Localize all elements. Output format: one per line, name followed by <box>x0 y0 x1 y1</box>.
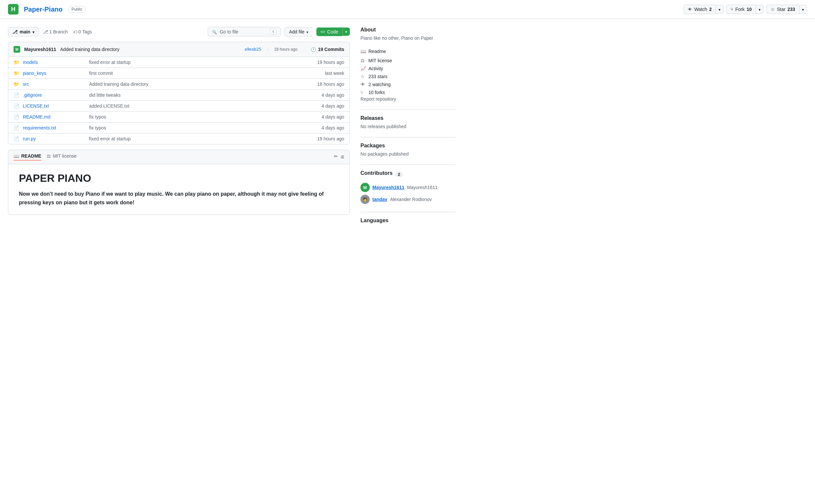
watch-button[interactable]: Watch 2 <box>684 5 716 14</box>
branch-name: main <box>20 29 30 34</box>
table-row: 📄README.mdfix typos4 days ago <box>8 112 349 123</box>
readme-section: 📖 README ⚖ MIT license PAPER PIANO Now w… <box>8 150 350 215</box>
branch-icon <box>12 29 18 34</box>
file-commit-msg: fixed error at startup <box>89 60 304 65</box>
star-chevron-icon <box>802 7 804 12</box>
activity-link[interactable]: 📈 Activity <box>360 65 456 73</box>
contributor-1-name-link[interactable]: Mayuresh1611 <box>372 185 404 190</box>
commit-message: Added training data directory <box>60 47 120 52</box>
add-file-chevron-icon <box>306 29 308 34</box>
code-icon: <> <box>320 29 325 34</box>
fork-chevron-icon <box>759 7 761 12</box>
readme-content: PAPER PIANO Now we don't need to buy Pia… <box>8 164 349 215</box>
folder-icon: 📁 <box>14 71 20 76</box>
main-container: main 1 Branch 0 Tags Go to file t <box>0 19 464 231</box>
repo-sidebar: About Piano like no other, Piano on Pape… <box>350 27 456 231</box>
fork-dropdown-button[interactable] <box>756 5 764 14</box>
star-label: Star <box>777 7 786 12</box>
sidebar-divider-4 <box>360 212 456 212</box>
watching-link[interactable]: 👁 2 watching <box>360 80 456 88</box>
table-row: 📁modelsfixed error at startup19 hours ag… <box>8 57 349 68</box>
star-sidebar-icon: ☆ <box>360 74 366 79</box>
file-icon: 📄 <box>14 92 20 98</box>
stars-link[interactable]: ☆ 233 stars <box>360 73 456 80</box>
add-file-label: Add file <box>289 29 304 34</box>
table-row: 📁srcAdded training data directory18 hour… <box>8 79 349 90</box>
go-to-file-kbd: t <box>270 29 277 34</box>
forks-link[interactable]: ⑂ 10 forks <box>360 88 456 96</box>
edit-readme-icon[interactable] <box>334 154 338 161</box>
eye-sidebar-icon: 👁 <box>360 82 366 87</box>
license-link[interactable]: ⚖ MIT license <box>360 57 456 65</box>
file-commit-msg: fixed error at startup <box>89 136 304 141</box>
forks-count: 10 forks <box>368 90 385 95</box>
file-commit-msg: fix typos <box>89 114 304 120</box>
file-name-link[interactable]: src <box>23 81 89 87</box>
table-row: 📄run.pyfixed error at startup19 hours ag… <box>8 133 349 144</box>
fork-label: Fork <box>735 7 744 12</box>
file-rows-container: 📁modelsfixed error at startup19 hours ag… <box>8 57 349 144</box>
tag-count-link[interactable]: 0 Tags <box>73 29 92 34</box>
branch-count-link[interactable]: 1 Branch <box>43 29 68 34</box>
report-label: Report repository <box>360 96 396 102</box>
star-count: 233 <box>788 7 795 12</box>
file-name-link[interactable]: run.py <box>23 136 89 141</box>
fork-icon <box>731 7 733 12</box>
folder-icon: 📁 <box>14 81 20 87</box>
watch-chevron-icon <box>719 7 721 12</box>
file-commit-msg: added LICENSE.txt <box>89 103 304 109</box>
watch-count: 2 <box>709 7 712 12</box>
contributor-2-name-link[interactable]: tandav <box>372 197 387 202</box>
star-button[interactable]: Star 233 <box>766 5 799 14</box>
file-table: M Mayuresh1611 Added training data direc… <box>8 42 350 144</box>
go-to-file-input[interactable]: Go to file t <box>208 27 280 36</box>
code-label: Code <box>327 29 338 34</box>
file-icon: 📄 <box>14 136 20 141</box>
file-name-link[interactable]: README.md <box>23 114 89 120</box>
watch-dropdown-button[interactable] <box>716 5 724 14</box>
code-button[interactable]: <> Code <box>316 27 342 36</box>
file-time: 4 days ago <box>304 103 344 109</box>
table-row: 📁piano_keysfirst commitlast week <box>8 68 349 79</box>
report-repository-link[interactable]: Report repository <box>360 96 396 102</box>
commits-count-link[interactable]: 19 Commits <box>311 47 344 52</box>
scale-sidebar-icon: ⚖ <box>360 58 366 63</box>
fork-button[interactable]: Fork 10 <box>726 5 756 14</box>
add-file-button[interactable]: Add file <box>284 27 312 36</box>
contributor-row-2: 🧑 tandav Alexander Rodionov <box>360 195 456 204</box>
commit-hash-link[interactable]: a9eab25 <box>244 47 261 52</box>
scale-icon: ⚖ <box>47 153 51 159</box>
toc-icon[interactable] <box>340 154 344 161</box>
file-name-link[interactable]: LICENSE.txt <box>23 103 89 109</box>
code-dropdown-button[interactable] <box>342 27 350 36</box>
about-description: Piano like no other, Piano on Paper <box>360 35 456 41</box>
branch-bar: main 1 Branch 0 Tags Go to file t <box>8 27 350 36</box>
contributors-section: Contributors 2 M Mayuresh1611 Mayuresh16… <box>360 170 456 204</box>
readme-title: PAPER PIANO <box>19 172 339 184</box>
file-icon: 📄 <box>14 114 20 120</box>
contributors-header: Contributors 2 <box>360 170 456 179</box>
tag-count: 0 Tags <box>78 29 92 34</box>
license-tab[interactable]: ⚖ MIT license <box>47 153 76 161</box>
file-time: 19 hours ago <box>304 60 344 65</box>
branch-selector[interactable]: main <box>8 27 39 36</box>
activity-sidebar-icon: 📈 <box>360 66 366 71</box>
contributor-2-handle: Alexander Rodionov <box>390 197 432 202</box>
no-releases-text: No releases published <box>360 124 456 129</box>
contributors-title: Contributors <box>360 170 392 176</box>
readme-link[interactable]: 📖 Readme <box>360 46 456 57</box>
file-name-link[interactable]: models <box>23 60 89 65</box>
file-name-link[interactable]: .gitignore <box>23 92 89 98</box>
file-name-link[interactable]: piano_keys <box>23 71 89 76</box>
contributors-count-badge: 2 <box>395 172 403 177</box>
star-dropdown-button[interactable] <box>799 5 807 14</box>
eye-icon <box>688 7 692 12</box>
readme-tab[interactable]: 📖 README <box>14 153 41 161</box>
commit-username[interactable]: Mayuresh1611 <box>24 47 56 52</box>
logo-icon: H <box>11 6 16 13</box>
repo-name-link[interactable]: Paper-Piano <box>24 6 63 13</box>
releases-title: Releases <box>360 115 456 121</box>
activity-link-label: Activity <box>368 66 383 71</box>
file-name-link[interactable]: requirements.txt <box>23 125 89 130</box>
visibility-badge: Public <box>68 6 86 13</box>
